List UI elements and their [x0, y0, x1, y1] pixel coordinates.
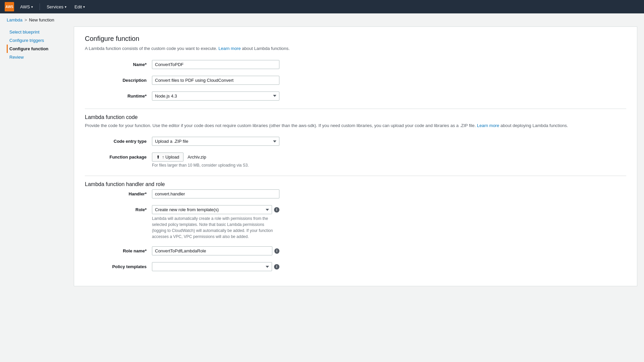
policy-templates-label: Policy templates	[85, 262, 152, 269]
sidebar-item-review[interactable]: Review	[7, 53, 74, 61]
sidebar-item-select-blueprint[interactable]: Select blueprint	[7, 28, 74, 36]
role-name-row: Role name* i	[85, 246, 626, 255]
aws-brand-chevron: ▾	[31, 5, 33, 9]
configure-function-desc-text: A Lambda function consists of the custom…	[85, 46, 217, 51]
aws-brand-button[interactable]: AWS ▾	[17, 3, 36, 11]
section-divider-1	[85, 109, 626, 109]
description-label: Description	[85, 76, 152, 83]
upload-button-label: ↑ Upload	[162, 155, 179, 160]
code-entry-select[interactable]: Edit code inline Upload a .ZIP file Uplo…	[152, 137, 279, 146]
handler-control-wrap	[152, 189, 279, 198]
sidebar: Select blueprint Configure triggers Conf…	[7, 26, 74, 286]
role-row: Role* Choose an existing role Create new…	[85, 205, 626, 240]
description-row: Description	[85, 76, 626, 85]
upload-filename: Archiv.zip	[187, 155, 206, 160]
top-nav: AWS AWS ▾ Services ▾ Edit ▾	[0, 0, 644, 13]
lambda-code-desc: Provide the code for your function. Use …	[85, 122, 626, 129]
description-control-wrap	[152, 76, 279, 85]
function-package-control-wrap: ⬆ ↑ Upload Archiv.zip For files larger t…	[152, 153, 279, 168]
aws-logo: AWS	[4, 1, 15, 12]
description-input[interactable]	[152, 76, 279, 85]
role-select[interactable]: Choose an existing role Create new role …	[152, 205, 272, 214]
breadcrumb-separator: >	[24, 17, 27, 22]
breadcrumb: Lambda > New function	[0, 13, 644, 26]
runtime-row: Runtime* Node.js 4.3 Node.js 6.10 Python…	[85, 92, 626, 101]
edit-chevron: ▾	[83, 5, 85, 9]
edit-button[interactable]: Edit ▾	[72, 3, 88, 11]
runtime-select[interactable]: Node.js 4.3 Node.js 6.10 Python 2.7 Pyth…	[152, 92, 279, 101]
svg-text:AWS: AWS	[5, 5, 13, 9]
upload-button[interactable]: ⬆ ↑ Upload	[152, 153, 183, 162]
aws-brand-label: AWS	[20, 4, 30, 9]
services-label: Services	[47, 4, 63, 9]
runtime-control-wrap: Node.js 4.3 Node.js 6.10 Python 2.7 Pyth…	[152, 92, 279, 101]
sidebar-item-configure-triggers[interactable]: Configure triggers	[7, 36, 74, 45]
edit-label: Edit	[74, 4, 82, 9]
upload-hint: For files larger than 10 MB, consider up…	[152, 163, 279, 168]
learn-more-link-2[interactable]: Learn more	[477, 123, 499, 128]
services-chevron: ▾	[65, 5, 66, 9]
nav-divider-1	[40, 3, 40, 10]
role-info-icon[interactable]: i	[274, 207, 279, 213]
role-control-wrap: Choose an existing role Create new role …	[152, 205, 279, 240]
breadcrumb-current: New function	[29, 17, 54, 22]
role-name-label: Role name*	[85, 246, 152, 253]
lambda-code-desc-suffix: about deploying Lambda functions.	[500, 123, 568, 128]
role-description: Lambda will automatically create a role …	[152, 216, 279, 240]
name-label: Name*	[85, 60, 152, 67]
services-button[interactable]: Services ▾	[44, 3, 69, 11]
upload-icon: ⬆	[156, 155, 160, 160]
code-entry-control-wrap: Edit code inline Upload a .ZIP file Uplo…	[152, 137, 279, 146]
sidebar-item-configure-function[interactable]: Configure function	[7, 45, 74, 53]
function-package-label: Function package	[85, 153, 152, 160]
content-panel: Configure function A Lambda function con…	[74, 26, 637, 286]
policy-templates-select[interactable]	[152, 262, 272, 271]
configure-function-desc-suffix: about Lambda functions.	[242, 46, 289, 51]
role-name-control-wrap: i	[152, 246, 279, 255]
policy-templates-info-icon[interactable]: i	[274, 264, 279, 269]
configure-function-title: Configure function	[85, 35, 626, 43]
name-row: Name*	[85, 60, 626, 69]
policy-templates-row: Policy templates i	[85, 262, 626, 271]
section-divider-2	[85, 176, 626, 176]
name-control-wrap	[152, 60, 279, 69]
lambda-code-title: Lambda function code	[85, 114, 626, 120]
code-entry-row: Code entry type Edit code inline Upload …	[85, 137, 626, 146]
role-label: Role*	[85, 205, 152, 212]
handler-role-title: Lambda function handler and role	[85, 181, 626, 187]
main-layout: Select blueprint Configure triggers Conf…	[0, 26, 644, 300]
role-name-info-icon[interactable]: i	[274, 248, 279, 254]
policy-templates-control-wrap: i	[152, 262, 279, 271]
upload-row: ⬆ ↑ Upload Archiv.zip	[152, 153, 279, 162]
code-entry-label: Code entry type	[85, 137, 152, 144]
runtime-label: Runtime*	[85, 92, 152, 99]
name-input[interactable]	[152, 60, 279, 69]
handler-input[interactable]	[152, 189, 279, 198]
handler-label: Handler*	[85, 189, 152, 196]
breadcrumb-lambda-link[interactable]: Lambda	[7, 17, 22, 22]
handler-row: Handler*	[85, 189, 626, 198]
role-name-input[interactable]	[152, 246, 272, 255]
function-package-row: Function package ⬆ ↑ Upload Archiv.zip F…	[85, 153, 626, 168]
lambda-code-desc-text: Provide the code for your function. Use …	[85, 123, 476, 128]
learn-more-link-1[interactable]: Learn more	[218, 46, 240, 51]
configure-function-desc: A Lambda function consists of the custom…	[85, 45, 626, 52]
